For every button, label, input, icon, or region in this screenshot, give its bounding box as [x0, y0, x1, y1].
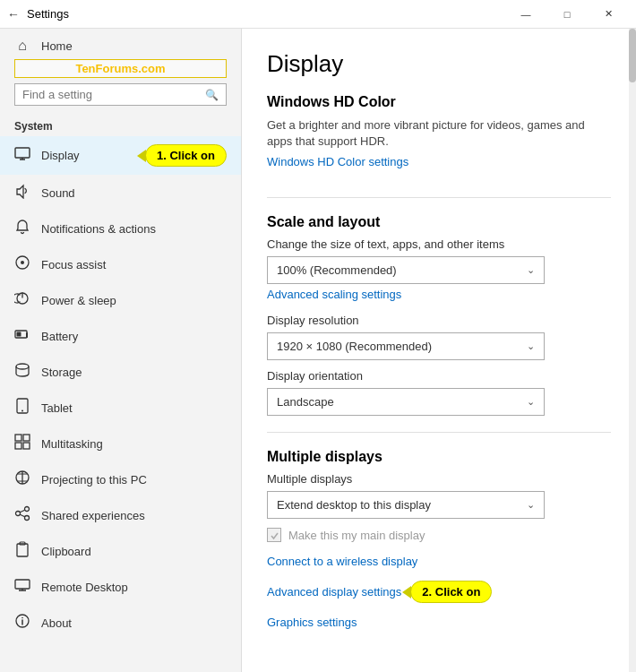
advanced-scaling-link[interactable]: Advanced scaling settings: [267, 288, 401, 301]
sidebar-item-notifications[interactable]: Notifications & actions: [0, 211, 241, 246]
sidebar-sound-label: Sound: [41, 186, 227, 200]
sidebar-item-projecting[interactable]: Projecting to this PC: [0, 461, 241, 497]
sidebar-home-label: Home: [41, 39, 227, 53]
svg-point-16: [25, 507, 30, 512]
svg-line-19: [20, 514, 24, 517]
notifications-icon: [14, 219, 30, 238]
scale-dropdown-arrow: ⌄: [527, 264, 535, 276]
sidebar-item-sound[interactable]: Sound: [0, 175, 241, 211]
svg-point-15: [16, 512, 21, 516]
svg-rect-9: [15, 435, 21, 441]
hd-color-desc: Get a brighter and more vibrant picture …: [267, 117, 611, 150]
svg-rect-20: [17, 544, 28, 556]
hd-color-heading: Windows HD Color: [267, 94, 611, 110]
orientation-label: Display orientation: [267, 369, 611, 383]
main-display-row: Make this my main display: [267, 528, 611, 542]
shared-icon: [14, 505, 30, 525]
sidebar-multitasking-label: Multitasking: [41, 437, 227, 451]
sidebar-focus-label: Focus assist: [41, 258, 227, 271]
search-icon[interactable]: 🔍: [205, 89, 219, 101]
sidebar-section-label: System: [0, 115, 241, 136]
sidebar-item-clipboard[interactable]: Clipboard: [0, 533, 241, 569]
sidebar-item-battery[interactable]: Battery: [0, 318, 241, 354]
connect-wireless-link[interactable]: Connect to a wireless display: [267, 555, 417, 568]
content-area: Display Windows HD Color Get a brighter …: [242, 29, 636, 672]
svg-rect-10: [23, 435, 30, 441]
svg-point-8: [21, 410, 23, 412]
sidebar-item-power[interactable]: Power & sleep: [0, 282, 241, 318]
svg-point-2: [21, 261, 24, 264]
orientation-dropdown[interactable]: Landscape ⌄: [267, 388, 545, 416]
search-input[interactable]: [22, 88, 205, 101]
minimize-button[interactable]: —: [505, 0, 546, 29]
multiple-displays-value: Extend desktop to this display: [277, 498, 431, 512]
sidebar-item-home[interactable]: ⌂ Home: [0, 29, 241, 59]
tablet-icon: [14, 398, 30, 418]
divider-2: [267, 432, 611, 433]
svg-rect-12: [23, 443, 30, 449]
sidebar-item-about[interactable]: About: [0, 605, 241, 641]
main-display-label: Make this my main display: [288, 529, 425, 542]
clipboard-icon: [14, 541, 30, 561]
svg-rect-11: [15, 443, 21, 449]
home-icon: ⌂: [14, 38, 30, 54]
main-layout: ⌂ Home TenForums.com 🔍 System Display 1.…: [0, 29, 636, 672]
callout1: 1. Click on: [145, 144, 227, 167]
sidebar-item-focus[interactable]: Focus assist: [0, 246, 241, 282]
title-bar-title: Settings: [27, 7, 69, 21]
multiple-displays-dropdown[interactable]: Extend desktop to this display ⌄: [267, 491, 545, 519]
title-bar-left: ← Settings: [7, 7, 69, 22]
sidebar-item-multitasking[interactable]: Multitasking: [0, 426, 241, 461]
graphics-settings-link[interactable]: Graphics settings: [267, 616, 357, 629]
sidebar-power-label: Power & sleep: [41, 294, 227, 307]
sidebar-projecting-label: Projecting to this PC: [41, 473, 227, 487]
title-bar-controls: — □ ✕: [505, 0, 629, 29]
close-button[interactable]: ✕: [588, 0, 629, 29]
sidebar-clipboard-label: Clipboard: [41, 545, 227, 558]
advanced-display-row: Advanced display settings 2. Click on: [267, 581, 611, 603]
scale-layout-heading: Scale and layout: [267, 214, 611, 230]
multiple-displays-label: Multiple displays: [267, 472, 611, 486]
sidebar-notifications-label: Notifications & actions: [41, 222, 227, 236]
svg-rect-5: [17, 332, 21, 337]
callout2: 2. Click on: [410, 581, 492, 603]
page-title: Display: [267, 50, 611, 78]
sidebar-item-tablet[interactable]: Tablet: [0, 390, 241, 426]
maximize-button[interactable]: □: [546, 0, 588, 29]
sidebar-item-storage[interactable]: Storage: [0, 354, 241, 390]
sidebar-remote-label: Remote Desktop: [41, 581, 227, 594]
hd-color-link[interactable]: Windows HD Color settings: [267, 155, 408, 168]
resolution-dropdown[interactable]: 1920 × 1080 (Recommended) ⌄: [267, 332, 545, 360]
remote-icon: [14, 577, 30, 597]
svg-point-24: [21, 617, 23, 619]
orientation-value: Landscape: [277, 395, 334, 409]
power-icon: [14, 290, 30, 310]
scale-value: 100% (Recommended): [277, 263, 397, 277]
scale-dropdown[interactable]: 100% (Recommended) ⌄: [267, 256, 545, 284]
change-size-label: Change the size of text, apps, and other…: [267, 237, 611, 251]
resolution-value: 1920 × 1080 (Recommended): [277, 340, 432, 353]
main-display-checkbox[interactable]: [267, 528, 281, 542]
sidebar-tablet-label: Tablet: [41, 401, 227, 415]
multiple-displays-heading: Multiple displays: [267, 449, 611, 465]
svg-rect-22: [15, 580, 30, 589]
search-box: 🔍: [14, 83, 227, 106]
sidebar-item-display[interactable]: Display 1. Click on: [0, 136, 241, 175]
display-icon: [14, 146, 30, 166]
sidebar-item-shared[interactable]: Shared experiences: [0, 497, 241, 533]
svg-point-17: [25, 516, 30, 521]
watermark: TenForums.com: [14, 59, 227, 78]
orientation-dropdown-arrow: ⌄: [527, 396, 535, 408]
resolution-label: Display resolution: [267, 314, 611, 327]
resolution-dropdown-arrow: ⌄: [527, 340, 535, 352]
sound-icon: [14, 183, 30, 202]
scrollbar-thumb[interactable]: [629, 29, 636, 82]
back-icon[interactable]: ←: [7, 7, 20, 22]
sidebar-item-remote[interactable]: Remote Desktop: [0, 569, 241, 605]
sidebar-shared-label: Shared experiences: [41, 509, 227, 522]
sidebar-storage-label: Storage: [41, 366, 227, 379]
advanced-display-link[interactable]: Advanced display settings: [267, 585, 401, 599]
scrollbar-track[interactable]: [629, 29, 636, 672]
storage-icon: [14, 362, 30, 382]
multiple-displays-dropdown-arrow: ⌄: [527, 499, 535, 511]
